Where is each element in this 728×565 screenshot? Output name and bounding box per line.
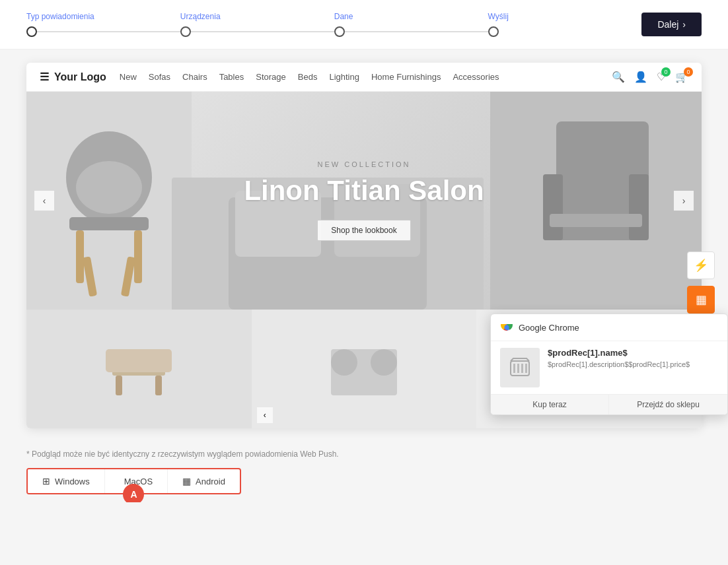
- nav-sofas[interactable]: Sofas: [149, 72, 170, 82]
- wizard-steps: Typ powiadomienia Urządzenia Dane Wyśl: [26, 12, 641, 37]
- push-product-desc: $prodRec[1].description$$prodRec[1].pric…: [548, 360, 718, 368]
- svg-point-19: [331, 349, 357, 376]
- push-product-thumbnail: [500, 348, 540, 387]
- nav-beds[interactable]: Beds: [298, 72, 318, 82]
- windows-icon: ⊞: [42, 476, 50, 486]
- wishlist-badge: 0: [661, 67, 671, 77]
- push-notification-header: Google Chrome: [491, 314, 727, 341]
- wizard-step-4: Wyślij: [488, 12, 642, 37]
- step-4-dot: [488, 26, 499, 37]
- wishlist-icon[interactable]: ♡ 0: [657, 71, 666, 83]
- step-1-track: [37, 31, 180, 32]
- wizard-step-2: Urządzenia: [180, 12, 334, 37]
- push-actions: Kup teraz Przejdź do sklepu: [491, 394, 727, 415]
- step-3-label: Dane: [334, 12, 488, 21]
- hero-subtitle: NEW COLLECTION: [244, 160, 484, 168]
- bolt-tool-button[interactable]: ⚡: [687, 251, 715, 279]
- preview-note: * Podgląd może nie być identyczny z rzec…: [26, 449, 702, 459]
- svg-rect-2: [76, 230, 84, 283]
- hero-text: NEW COLLECTION Linon Titian Salon Shop t…: [244, 160, 484, 241]
- push-product-name: $prodRec[1].name$: [548, 348, 718, 358]
- svg-point-6: [76, 161, 142, 214]
- user-icon[interactable]: 👤: [634, 71, 647, 83]
- shop-nav: New Sofas Chairs Tables Storage Beds Lig…: [120, 72, 599, 82]
- shop-icons: 🔍 👤 ♡ 0 🛒 0: [612, 71, 688, 83]
- cart-icon[interactable]: 🛒 0: [675, 71, 688, 83]
- tab-android[interactable]: ▦ Android: [168, 469, 240, 493]
- product-cell-1: [26, 310, 252, 428]
- main-content: ☰ Your Logo New Sofas Chairs Tables Stor…: [0, 50, 728, 442]
- step-2-label: Urządzenia: [180, 12, 334, 21]
- avatar-badge: A: [123, 484, 144, 502]
- go-to-shop-button[interactable]: Przejdź do sklepu: [609, 395, 727, 415]
- hero-prev-button[interactable]: ‹: [34, 191, 54, 211]
- svg-rect-13: [550, 214, 642, 227]
- push-notification: Google Chrome $prodRec[1].name$ $prodRec…: [490, 314, 728, 415]
- svg-point-25: [505, 325, 509, 330]
- wizard-step-3: Dane: [334, 12, 488, 37]
- step-2-dot: [180, 26, 191, 37]
- search-icon[interactable]: 🔍: [612, 71, 625, 83]
- nav-accessories[interactable]: Accessories: [453, 72, 499, 82]
- nav-chairs[interactable]: Chairs: [182, 72, 207, 82]
- svg-rect-27: [513, 364, 515, 373]
- shop-header: ☰ Your Logo New Sofas Chairs Tables Stor…: [26, 63, 702, 92]
- shop-logo: ☰ Your Logo: [40, 71, 106, 83]
- svg-rect-3: [134, 230, 142, 283]
- android-icon: ▦: [182, 476, 191, 486]
- product-cell-2: ‹: [252, 310, 477, 428]
- step-2-track: [191, 31, 334, 32]
- nav-storage[interactable]: Storage: [256, 72, 286, 82]
- svg-rect-15: [106, 349, 172, 372]
- svg-rect-28: [517, 364, 519, 373]
- product-1-img: [99, 329, 178, 409]
- layout-tool-button[interactable]: ▦: [687, 286, 715, 314]
- hero-section: NEW COLLECTION Linon Titian Salon Shop t…: [26, 92, 702, 310]
- hero-title: Linon Titian Salon: [244, 175, 484, 207]
- chair-illustration: [56, 125, 162, 310]
- svg-rect-16: [116, 376, 122, 395]
- cart-badge: 0: [684, 67, 693, 77]
- bottom-section: * Podgląd może nie być identyczny z rzec…: [0, 442, 728, 502]
- step-3-track: [345, 31, 488, 32]
- nav-lighting[interactable]: Lighting: [329, 72, 359, 82]
- side-toolbar: ⚡ ▦: [687, 251, 715, 314]
- push-source-label: Google Chrome: [519, 323, 579, 333]
- buy-now-button[interactable]: Kup teraz: [491, 395, 609, 415]
- svg-rect-4: [83, 256, 97, 296]
- hero-right-area: [490, 92, 702, 310]
- product-2-arrow[interactable]: ‹: [257, 407, 273, 423]
- wizard-step-1: Typ powiadomienia: [26, 12, 180, 37]
- step-3-dot: [334, 26, 345, 37]
- push-product-info: $prodRec[1].name$ $prodRec[1].descriptio…: [548, 348, 718, 368]
- svg-rect-12: [629, 174, 649, 240]
- svg-rect-29: [521, 364, 523, 373]
- logo-text: Your Logo: [54, 71, 106, 83]
- svg-point-20: [371, 349, 397, 376]
- svg-rect-11: [543, 174, 563, 240]
- chrome-logo-icon: [500, 321, 513, 334]
- sofa-illustration: [530, 108, 662, 293]
- svg-rect-30: [525, 364, 527, 373]
- tab-windows-label: Windows: [55, 477, 90, 486]
- next-button[interactable]: Dalej ›: [641, 13, 702, 36]
- nav-tables[interactable]: Tables: [219, 72, 244, 82]
- product-2-img: [324, 329, 404, 409]
- hamburger-icon[interactable]: ☰: [40, 71, 49, 83]
- push-body: $prodRec[1].name$ $prodRec[1].descriptio…: [491, 341, 727, 394]
- nav-home-furnishings[interactable]: Home Furnishings: [371, 72, 441, 82]
- svg-rect-5: [121, 256, 135, 296]
- hero-next-button[interactable]: ›: [674, 191, 694, 211]
- svg-rect-17: [155, 376, 162, 395]
- os-tabs-container: ⊞ Windows MacOS ▦ Android A: [26, 468, 241, 494]
- step-1-label: Typ powiadomienia: [26, 12, 180, 21]
- tab-windows[interactable]: ⊞ Windows: [28, 469, 105, 493]
- cart-thumb-icon: [508, 356, 532, 380]
- step-1-dot: [26, 26, 37, 37]
- nav-new[interactable]: New: [120, 72, 137, 82]
- svg-rect-1: [69, 217, 149, 230]
- step-4-label: Wyślij: [488, 12, 642, 21]
- tab-android-label: Android: [196, 477, 225, 486]
- wizard-bar: Typ powiadomienia Urządzenia Dane Wyśl: [0, 0, 728, 50]
- hero-cta-button[interactable]: Shop the lookbook: [317, 220, 410, 241]
